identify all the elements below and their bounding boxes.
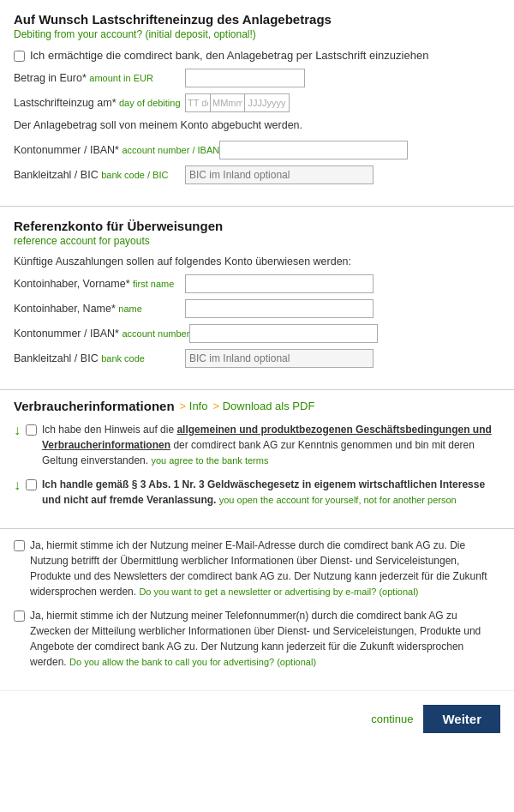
vorname-row: Kontoinhaber, Vorname* first name [14, 274, 500, 293]
konto-iban-label: Kontonummer / IBAN* account number / IBA… [14, 144, 219, 156]
consent1-text: Ich habe den Hinweis auf die allgemeinen… [42, 422, 500, 468]
betrag-label: Betrag in Euro* amount in EUR [14, 72, 185, 84]
abbuchen-text: Der Anlagebetrag soll von meinem Konto a… [14, 118, 500, 134]
vorname-input[interactable] [185, 274, 374, 293]
name-row: Kontoinhaber, Name* name [14, 299, 500, 318]
vinfo-link-info[interactable]: Info [180, 400, 208, 412]
section-optional-consents: Ja, hiermit stimme ich der Nutzung meine… [0, 529, 514, 690]
optional1-text: Ja, hiermit stimme ich der Nutzung meine… [30, 538, 500, 599]
section-referenzkonto: Referenzkonto für Überweisungen referenc… [0, 207, 514, 390]
bankleitzahl-bic-row2: Bankleitzahl / BIC bank code [14, 349, 500, 368]
optional1-row: Ja, hiermit stimme ich der Nutzung meine… [14, 538, 500, 599]
footer: continue Weiter [0, 690, 514, 747]
optional2-row: Ja, hiermit stimme ich der Nutzung meine… [14, 608, 500, 670]
weiter-button[interactable]: Weiter [423, 705, 500, 733]
bankleitzahl-bic-label: Bankleitzahl / BIC bank code / BIC [14, 169, 185, 181]
optional2-text: Ja, hiermit stimme ich der Nutzung meine… [30, 608, 500, 670]
lastschrift-date-row: Lastschrifteinzug am* day of debiting [14, 93, 500, 112]
date-mm-input[interactable] [211, 93, 245, 112]
lastschrift-checkbox-label: Ich ermächtige die comdirect bank, den A… [30, 49, 428, 62]
lastschrift-checkbox-row: Ich ermächtige die comdirect bank, den A… [14, 49, 500, 62]
betrag-row: Betrag in Euro* amount in EUR [14, 69, 500, 87]
betrag-input[interactable] [185, 69, 305, 87]
date-dd-input[interactable] [185, 93, 211, 112]
consent1-checkbox[interactable] [26, 424, 37, 436]
vinfo-title: Verbraucherinformationen [14, 399, 175, 413]
arrow-down-icon2: ↓ [14, 478, 21, 492]
optional2-checkbox[interactable] [14, 611, 25, 622]
referenzkonto-info: Künftige Auszahlungen sollen auf folgend… [14, 256, 500, 268]
date-yyyy-input[interactable] [245, 93, 290, 112]
name-input[interactable] [185, 299, 374, 318]
optional1-hint: Do you want to get a newsletter or adver… [139, 586, 418, 597]
consent2-text: Ich handle gemäß § 3 Abs. 1 Nr. 3 Geldwä… [42, 477, 500, 508]
lastschrift-checkbox[interactable] [14, 51, 25, 62]
continue-label: continue [371, 713, 413, 725]
konto-iban-row2: Kontonummer / IBAN* account number [14, 324, 500, 343]
vinfo-link-download[interactable]: Download als PDF [212, 400, 314, 412]
consent2-hint: you open the account for yourself, not f… [219, 495, 457, 505]
section-verbraucher: Verbraucherinformationen Info Download a… [0, 390, 514, 529]
optional1-checkbox[interactable] [14, 540, 25, 551]
section2-title: Referenzkonto für Überweisungen [14, 219, 500, 233]
consent1-hint: you agree to the bank terms [151, 455, 268, 466]
consent2-checkbox[interactable] [26, 479, 37, 490]
consent1-row: ↓ Ich habe den Hinweis auf die allgemein… [14, 422, 500, 468]
section1-subtitle: Debiting from your account? (initial dep… [14, 28, 500, 40]
konto-iban-row: Kontonummer / IBAN* account number / IBA… [14, 141, 500, 159]
konto-iban-input2[interactable] [189, 324, 378, 343]
konto-iban-label2: Kontonummer / IBAN* account number [14, 328, 189, 340]
bic-input-section1[interactable] [185, 165, 374, 184]
vorname-label: Kontoinhaber, Vorname* first name [14, 278, 185, 290]
konto-iban-input[interactable] [219, 141, 408, 159]
bic-input-section2[interactable] [185, 349, 374, 368]
section2-subtitle: reference account for payouts [14, 235, 500, 247]
section-lastschrift: Auf Wunsch Lastschrifteneinzug des Anlag… [0, 0, 514, 207]
consent2-row: ↓ Ich handle gemäß § 3 Abs. 1 Nr. 3 Geld… [14, 477, 500, 508]
date-inputs [185, 93, 290, 112]
bankleitzahl-bic-row: Bankleitzahl / BIC bank code / BIC [14, 165, 500, 184]
bankleitzahl-bic-label2: Bankleitzahl / BIC bank code [14, 352, 185, 364]
name-label: Kontoinhaber, Name* name [14, 303, 185, 315]
section1-title: Auf Wunsch Lastschrifteneinzug des Anlag… [14, 12, 500, 27]
optional2-hint: Do you allow the bank to call you for ad… [69, 657, 316, 667]
lastschrift-date-label: Lastschrifteinzug am* day of debiting [14, 97, 185, 109]
arrow-down-icon1: ↓ [14, 424, 21, 437]
vinfo-header: Verbraucherinformationen Info Download a… [14, 399, 500, 413]
